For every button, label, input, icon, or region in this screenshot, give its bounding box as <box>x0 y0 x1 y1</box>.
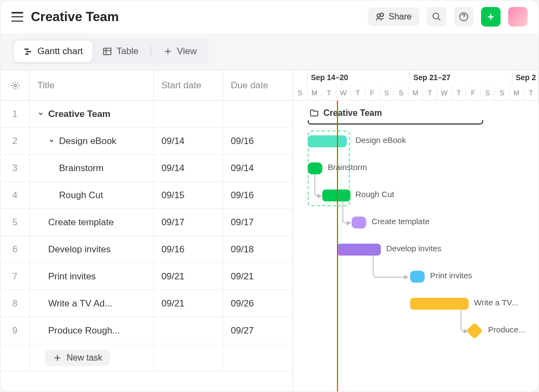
day-header: M <box>408 84 423 101</box>
gantt-bar[interactable] <box>308 135 347 147</box>
table-row[interactable]: 2Design eBook09/1409/16 <box>1 128 293 155</box>
gantt-bar[interactable] <box>322 190 350 201</box>
table-row[interactable]: 6Develop invites09/1609/18 <box>1 236 293 263</box>
gantt-group-header[interactable]: Creative Team <box>309 108 382 118</box>
start-date-cell[interactable] <box>154 101 223 127</box>
row-number: 2 <box>1 128 30 154</box>
day-header: W <box>437 84 452 101</box>
task-title-cell[interactable]: Write a TV Ad... <box>30 290 154 317</box>
svg-point-14 <box>14 84 16 87</box>
due-date-cell[interactable]: 09/27 <box>223 317 293 344</box>
day-header: T <box>322 84 336 101</box>
settings-column[interactable] <box>1 70 30 100</box>
due-date-cell[interactable]: 09/21 <box>223 263 293 290</box>
gantt-bar[interactable] <box>466 322 483 339</box>
tab-add-view[interactable]: View <box>153 41 207 62</box>
row-number: 4 <box>1 182 30 208</box>
week-label-3: Sep 2 <box>512 70 538 84</box>
day-header: F <box>365 84 380 101</box>
gantt-bar-label: Write a TV... <box>474 298 518 307</box>
menu-icon[interactable] <box>11 12 23 22</box>
tab-table[interactable]: Table <box>93 41 148 62</box>
table-row[interactable]: 8Write a TV Ad...09/2109/26 <box>1 290 293 317</box>
row-number: 7 <box>1 263 30 290</box>
task-title-cell[interactable]: Create template <box>30 209 154 236</box>
start-date-cell[interactable]: 09/14 <box>154 155 223 181</box>
day-header: T <box>351 84 366 101</box>
gantt-bar[interactable] <box>410 298 469 310</box>
col-header-title[interactable]: Title <box>30 70 154 100</box>
gantt-bar[interactable] <box>337 244 381 256</box>
start-date-cell[interactable]: 09/14 <box>154 128 223 154</box>
add-button[interactable] <box>481 7 501 27</box>
chevron-down-icon[interactable] <box>37 109 44 120</box>
group-bracket <box>308 120 483 125</box>
table-row[interactable]: 4Rough Cut09/1509/16 <box>1 182 293 209</box>
task-title-cell[interactable]: Rough Cut <box>30 182 154 208</box>
chevron-down-icon[interactable] <box>48 136 55 147</box>
start-date-cell[interactable]: 09/17 <box>154 209 223 236</box>
row-number: 5 <box>1 209 30 236</box>
day-header: T <box>452 84 466 101</box>
tab-separator <box>151 46 151 57</box>
task-title-cell[interactable]: Design eBook <box>30 128 154 154</box>
day-header: T <box>524 84 538 101</box>
row-number: 9 <box>1 317 30 344</box>
task-title-cell[interactable]: Creative Team <box>30 101 154 127</box>
task-title-cell[interactable]: Brainstorm <box>30 155 154 181</box>
avatar[interactable] <box>508 7 528 27</box>
start-date-cell[interactable] <box>154 317 223 344</box>
table-row[interactable]: 7Print invites09/2109/21 <box>1 263 293 290</box>
plus-icon <box>486 12 496 22</box>
due-date-cell[interactable] <box>223 101 293 127</box>
svg-rect-8 <box>25 54 29 55</box>
plus-icon <box>53 353 62 363</box>
col-header-start[interactable]: Start date <box>154 70 223 100</box>
table-row[interactable]: 5Create template09/1709/17 <box>1 209 293 236</box>
help-button[interactable] <box>454 7 473 27</box>
start-date-cell[interactable]: 09/21 <box>154 290 223 317</box>
gantt-bar-label: Print invites <box>430 271 472 280</box>
due-date-cell[interactable]: 09/16 <box>223 182 293 208</box>
gantt-bar[interactable] <box>352 217 366 228</box>
day-header: S <box>394 84 408 101</box>
day-header: S <box>480 84 495 101</box>
new-task-button[interactable]: New task <box>45 350 110 366</box>
gantt-bar-label: Produce... <box>488 325 525 334</box>
gantt-icon <box>23 47 33 56</box>
row-number: 1 <box>1 101 30 127</box>
day-header: W <box>336 84 351 101</box>
gantt-bar[interactable] <box>410 271 425 283</box>
gantt-bar-label: Create template <box>372 217 430 226</box>
gantt-bar-label: Rough Cut <box>355 190 394 199</box>
people-icon <box>375 12 385 22</box>
col-header-due[interactable]: Due date <box>223 70 293 100</box>
share-label: Share <box>388 12 412 22</box>
view-tabs: Gantt chart Table View <box>11 38 209 64</box>
day-header: T <box>423 84 438 101</box>
due-date-cell[interactable]: 09/26 <box>223 290 293 317</box>
task-title-cell[interactable]: Develop invites <box>30 236 154 263</box>
start-date-cell[interactable]: 09/15 <box>154 182 223 208</box>
due-date-cell[interactable]: 09/14 <box>223 155 293 181</box>
search-button[interactable] <box>427 7 446 27</box>
due-date-cell[interactable]: 09/17 <box>223 209 293 236</box>
task-title-cell[interactable]: Produce Rough... <box>30 317 154 344</box>
gear-icon <box>10 81 20 90</box>
table-row[interactable]: 9Produce Rough...09/27 <box>1 317 293 344</box>
table-row[interactable]: 1Creative Team <box>1 101 293 128</box>
tab-gantt[interactable]: Gantt chart <box>14 41 93 62</box>
table-row[interactable]: 3Brainstorm09/1409/14 <box>1 155 293 182</box>
start-date-cell[interactable]: 09/16 <box>154 236 223 263</box>
due-date-cell[interactable]: 09/18 <box>223 236 293 263</box>
gantt-bar[interactable] <box>308 162 322 174</box>
svg-point-3 <box>463 18 464 19</box>
share-button[interactable]: Share <box>368 8 419 26</box>
task-title-cell[interactable]: Print invites <box>30 263 154 290</box>
svg-point-0 <box>433 13 439 19</box>
gantt-bar-label: Brainstorm <box>328 162 367 172</box>
start-date-cell[interactable]: 09/21 <box>154 263 223 290</box>
day-header: M <box>510 84 524 101</box>
table-icon <box>102 47 112 56</box>
due-date-cell[interactable]: 09/16 <box>223 128 293 154</box>
